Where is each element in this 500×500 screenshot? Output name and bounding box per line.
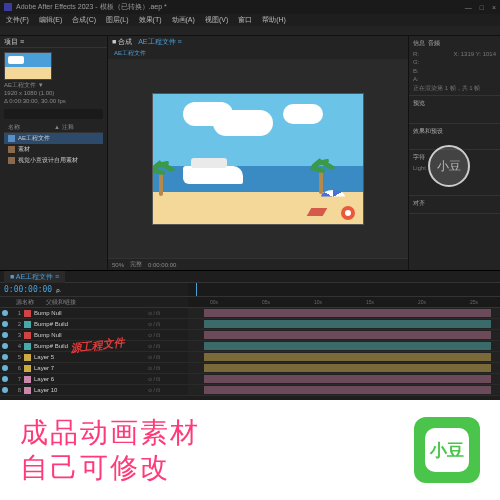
audio-panel-title[interactable]: 音频 [428,40,440,46]
viewer-controls: 50% 完整 0:00:00:00 [108,258,408,270]
col-source-name[interactable]: 源名称 [16,298,34,307]
current-timecode[interactable]: 0:00:00:00 [4,285,52,294]
boat-graphic [183,166,243,184]
comp-dimensions: 1920 x 1080 (1.00) [4,90,103,98]
layer-row[interactable]: 8Layer 10⊙ / ⊡ [0,385,500,396]
layer-bar[interactable] [204,320,491,328]
effects-panel-title[interactable]: 效果和预设 [413,127,496,136]
layer-name[interactable]: Layer 7 [34,365,145,371]
layer-name[interactable]: Bump# Build [34,321,145,327]
folder-icon [8,157,15,164]
layer-name[interactable]: Bump Null [34,310,145,316]
layer-color[interactable] [24,376,31,383]
banner-line2: 自己可修改 [20,450,200,485]
composition-panel: ■ 合成 AE工程文件 ≡ AE工程文件 50% 完整 [108,36,408,270]
menu-window[interactable]: 窗口 [238,15,252,25]
menu-layer[interactable]: 图层(L) [106,15,129,25]
layer-name[interactable]: Bump Null [34,332,145,338]
layer-row[interactable]: 1Bump Null⊙ / ⊡ [0,308,500,319]
project-panel: 项目 ≡ AE工程文件 ▼ 1920 x 1080 (1.00) Δ 0:00:… [0,36,108,270]
menu-effect[interactable]: 效果(T) [139,15,162,25]
visibility-toggle[interactable] [2,376,8,382]
project-search[interactable] [4,109,103,119]
layer-color[interactable] [24,387,31,394]
comp-duration: Δ 0:00:30:00, 30.00 fps [4,98,103,106]
playhead[interactable] [196,283,197,296]
preview-panel-title[interactable]: 预览 [413,99,496,108]
project-item[interactable]: 视觉小意设计自用素材 [4,155,103,166]
layer-bar[interactable] [204,375,491,383]
canvas-preview [153,94,363,224]
comp-tab-prefix: ■ 合成 [112,37,132,47]
visibility-toggle[interactable] [2,354,8,360]
folder-icon [8,146,15,153]
layer-color[interactable] [24,354,31,361]
layer-color[interactable] [24,321,31,328]
layer-row[interactable]: 7Layer 6⊙ / ⊡ [0,374,500,385]
lifering-graphic [341,206,355,220]
comp-name: AE工程文件 ▼ [4,82,103,90]
menu-animation[interactable]: 动画(A) [172,15,195,25]
visibility-toggle[interactable] [2,332,8,338]
layer-bar[interactable] [204,353,491,361]
layer-name[interactable]: Layer 6 [34,376,145,382]
layer-bar[interactable] [204,342,491,350]
timeline-search[interactable]: ρ. [56,287,61,293]
promo-banner: 成品动画素材 自己可修改 小豆 [0,400,500,500]
visibility-toggle[interactable] [2,365,8,371]
menu-help[interactable]: 帮助(H) [262,15,286,25]
layer-bar[interactable] [204,309,491,317]
layer-color[interactable] [24,310,31,317]
layer-bar[interactable] [204,386,491,394]
col-name[interactable]: 名称 [4,123,54,132]
layer-name[interactable]: Layer 10 [34,387,145,393]
toolbar [0,26,500,36]
menu-composition[interactable]: 合成(C) [72,15,96,25]
project-tab[interactable]: 项目 ≡ [4,37,24,47]
time-ruler[interactable]: 00s 05s 10s 15s 20s 25s [188,297,500,307]
minimize-button[interactable]: — [465,4,472,11]
watermark-overlay: 小豆 [428,145,470,187]
info-panel-title[interactable]: 信息 [413,40,425,46]
menu-view[interactable]: 视图(V) [205,15,228,25]
titlebar: Adobe After Effects 2023 - 模板（已转换）.aep *… [0,0,500,14]
comp-breadcrumb[interactable]: AE工程文件 [108,48,408,59]
visibility-toggle[interactable] [2,387,8,393]
item-label: AE工程文件 [18,134,50,143]
visibility-toggle[interactable] [2,310,8,316]
project-item[interactable]: AE工程文件 [4,133,103,144]
menu-edit[interactable]: 编辑(E) [39,15,62,25]
resolution-dropdown[interactable]: 完整 [130,260,142,269]
viewer-timecode: 0:00:00:00 [148,262,176,268]
maximize-button[interactable]: □ [480,4,484,11]
menubar: 文件(F) 编辑(E) 合成(C) 图层(L) 效果(T) 动画(A) 视图(V… [0,14,500,26]
project-item[interactable]: 素材 [4,144,103,155]
align-panel-title[interactable]: 对齐 [413,199,496,208]
col-type[interactable]: ▲ 注释 [54,123,103,132]
layer-color[interactable] [24,343,31,350]
layer-bar[interactable] [204,364,491,372]
layer-color[interactable] [24,332,31,339]
layer-row[interactable]: 6Layer 7⊙ / ⊡ [0,363,500,374]
render-status: 正在渲染第 1 帧，共 1 帧 [413,84,496,92]
comp-icon [8,135,15,142]
banner-line1: 成品动画素材 [20,415,200,450]
comp-tab[interactable]: AE工程文件 ≡ [138,37,181,47]
timeline-tab[interactable]: ■ AE工程文件 ≡ [4,271,65,283]
item-label: 视觉小意设计自用素材 [18,156,78,165]
layer-color[interactable] [24,365,31,372]
close-button[interactable]: × [492,4,496,11]
menu-file[interactable]: 文件(F) [6,15,29,25]
col-parent[interactable]: 父级和链接 [46,298,76,307]
project-file-list: AE工程文件 素材 视觉小意设计自用素材 [4,133,103,166]
layer-name[interactable]: Layer 5 [34,354,145,360]
banner-logo: 小豆 [414,417,480,483]
composition-viewer[interactable] [108,59,408,258]
visibility-toggle[interactable] [2,321,8,327]
layer-row[interactable]: 2Bump# Build⊙ / ⊡ [0,319,500,330]
comp-thumbnail[interactable] [4,52,52,80]
ae-app-icon [4,3,12,11]
zoom-dropdown[interactable]: 50% [112,262,124,268]
layer-bar[interactable] [204,331,491,339]
visibility-toggle[interactable] [2,343,8,349]
